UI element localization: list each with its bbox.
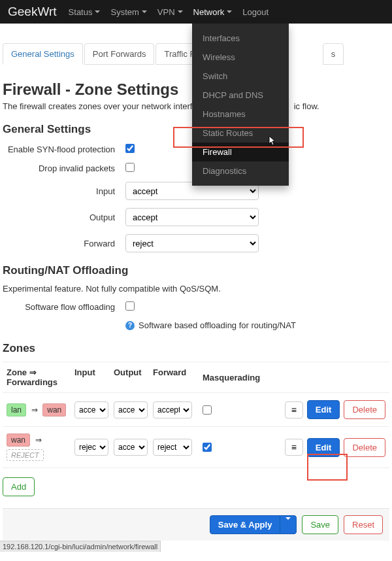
syn-label: Enable SYN-flood protection bbox=[3, 144, 125, 154]
brand[interactable]: GeekWrt bbox=[8, 5, 57, 19]
offload-desc: Experimental feature. Not fully compatib… bbox=[3, 284, 389, 294]
zone-badge-wan: wan bbox=[42, 403, 66, 416]
save-apply-button[interactable]: Save & Apply bbox=[210, 515, 281, 534]
wan-masq-checkbox[interactable] bbox=[203, 443, 212, 452]
nav-vpn[interactable]: VPN bbox=[157, 7, 183, 17]
caret-icon bbox=[142, 10, 147, 13]
wan-edit-button[interactable]: Edit bbox=[307, 438, 340, 457]
th-masq: Masquerading bbox=[200, 367, 259, 387]
navbar: GeekWrt Status System VPN Network Logout bbox=[0, 0, 392, 24]
tab-obscured[interactable]: s bbox=[323, 43, 344, 65]
th-input: Input bbox=[74, 367, 114, 387]
caret-icon bbox=[95, 10, 100, 13]
lan-delete-button[interactable]: Delete bbox=[344, 400, 385, 419]
wan-forward-select[interactable]: reject bbox=[153, 439, 192, 456]
drop-checkbox[interactable] bbox=[125, 163, 135, 172]
caret-icon bbox=[178, 10, 183, 13]
lan-menu-button[interactable]: ≡ bbox=[285, 401, 303, 418]
arrow-icon: ⇒ bbox=[35, 435, 42, 445]
zones-table: Zone ⇒ Forwardings Input Output Forward … bbox=[3, 362, 389, 468]
tab-port-forwards[interactable]: Port Forwards bbox=[84, 43, 155, 65]
help-icon: ? bbox=[125, 321, 135, 330]
dd-hostnames[interactable]: Hostnames bbox=[192, 105, 289, 124]
network-dropdown: Interfaces Wireless Switch DHCP and DNS … bbox=[192, 24, 289, 186]
sw-offload-checkbox[interactable] bbox=[125, 301, 135, 311]
offload-help: ? Software based offloading for routing/… bbox=[125, 320, 389, 330]
forward-select[interactable]: reject bbox=[125, 234, 259, 252]
output-label: Output bbox=[3, 212, 125, 222]
nav-system[interactable]: System bbox=[110, 7, 146, 17]
dd-interfaces[interactable]: Interfaces bbox=[192, 29, 289, 48]
tab-general-settings[interactable]: General Settings bbox=[3, 43, 83, 65]
footer-actions: Save & Apply Save Reset bbox=[3, 508, 389, 541]
lan-edit-button[interactable]: Edit bbox=[307, 400, 340, 419]
lan-input-select[interactable]: accept bbox=[74, 401, 108, 418]
save-apply-dropdown[interactable] bbox=[280, 515, 297, 534]
lan-forward-select[interactable]: accept bbox=[153, 401, 192, 418]
dd-dhcp-dns[interactable]: DHCP and DNS bbox=[192, 86, 289, 105]
dd-wireless[interactable]: Wireless bbox=[192, 48, 289, 67]
status-bar-url: 192.168.120.1/cgi-bin/luci/admin/network… bbox=[0, 541, 161, 552]
offload-heading: Routing/NAT Offloading bbox=[3, 264, 389, 277]
th-output: Output bbox=[114, 367, 153, 387]
th-forward: Forward bbox=[153, 367, 200, 387]
lan-output-select[interactable]: accept bbox=[114, 401, 148, 418]
zone-badge-lan: lan bbox=[7, 403, 26, 416]
save-button[interactable]: Save bbox=[302, 515, 338, 534]
zone-badge-wan: wan bbox=[7, 434, 30, 447]
mouse-cursor-icon bbox=[267, 135, 277, 149]
drop-label: Drop invalid packets bbox=[3, 163, 125, 173]
add-zone-button[interactable]: Add bbox=[3, 477, 35, 496]
dd-diagnostics[interactable]: Diagnostics bbox=[192, 162, 289, 180]
caret-icon bbox=[286, 517, 291, 530]
input-label: Input bbox=[3, 186, 125, 196]
nav-status[interactable]: Status bbox=[69, 7, 101, 17]
zone-row-wan: wan ⇒ REJECT reject accept reject ≡ Edit… bbox=[3, 427, 389, 468]
zone-row-lan: lan ⇒ wan accept accept accept ≡ Edit De… bbox=[3, 393, 389, 427]
zones-heading: Zones bbox=[3, 342, 389, 355]
reset-button[interactable]: Reset bbox=[344, 515, 383, 534]
th-zone: Zone ⇒ Forwardings bbox=[3, 367, 74, 387]
wan-output-select[interactable]: accept bbox=[114, 439, 148, 456]
dd-switch[interactable]: Switch bbox=[192, 67, 289, 86]
nav-logout[interactable]: Logout bbox=[242, 7, 269, 17]
nav-network[interactable]: Network bbox=[193, 7, 233, 17]
lan-masq-checkbox[interactable] bbox=[203, 405, 212, 415]
forward-label: Forward bbox=[3, 239, 125, 248]
caret-icon bbox=[227, 10, 232, 13]
wan-delete-button[interactable]: Delete bbox=[344, 438, 385, 457]
syn-checkbox[interactable] bbox=[125, 144, 135, 153]
wan-input-select[interactable]: reject bbox=[74, 439, 108, 456]
sw-offload-label: Software flow offloading bbox=[3, 302, 125, 312]
wan-menu-button[interactable]: ≡ bbox=[285, 439, 303, 456]
arrow-icon: ⇒ bbox=[31, 405, 38, 415]
zone-badge-reject: REJECT bbox=[7, 449, 44, 461]
output-select[interactable]: accept bbox=[125, 208, 259, 226]
